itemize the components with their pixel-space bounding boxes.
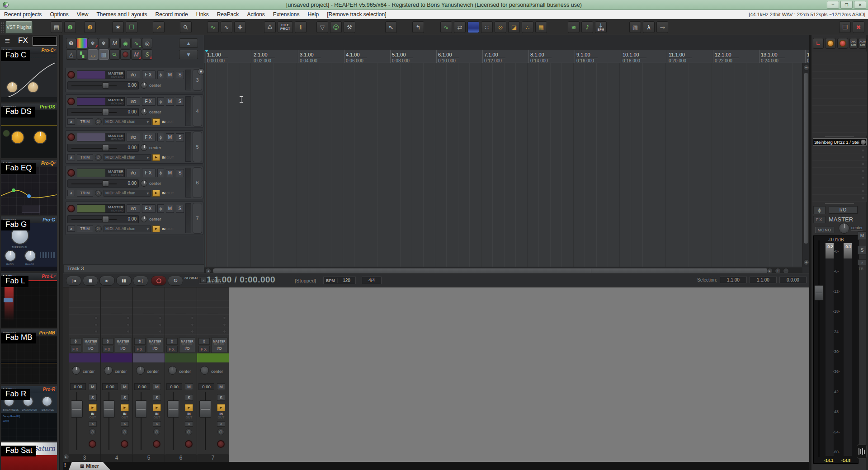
repeat-button[interactable]: ↻ <box>168 276 183 286</box>
media-info-button[interactable]: ℹ <box>295 21 307 33</box>
scroll-up-button[interactable]: ▲ <box>179 38 198 48</box>
settings-button[interactable]: ⚒ <box>344 21 355 33</box>
fx-insert-slots[interactable] <box>165 287 197 337</box>
pointer-tool-button[interactable]: ↖ <box>385 21 397 33</box>
volume-slider[interactable]: 0.00 <box>67 215 139 223</box>
phase-button[interactable]: ∅ <box>121 428 128 435</box>
routing-matrix-button[interactable]: ∷ <box>481 21 493 33</box>
mute-button[interactable]: M <box>166 71 174 79</box>
analysis-button[interactable]: ≋ <box>568 21 580 33</box>
snap-grid-button[interactable]: ▥ <box>99 49 109 60</box>
channel-number[interactable]: 6 <box>165 454 197 462</box>
restore-button[interactable]: ❐ <box>840 1 853 9</box>
pan-knob[interactable] <box>141 216 147 222</box>
io-button[interactable]: I/O <box>127 70 140 79</box>
record-mode-button[interactable] <box>120 49 131 60</box>
close-tab-icon[interactable]: ⊠ <box>80 463 84 469</box>
pan-knob[interactable] <box>141 82 147 89</box>
fx-bypass-button[interactable]: ϕ <box>157 133 164 141</box>
mute-button[interactable]: M <box>121 383 129 390</box>
mute-box-button[interactable]: M <box>109 38 120 48</box>
mute-button[interactable]: M <box>185 383 193 390</box>
volume-handle[interactable] <box>102 82 109 89</box>
record-arm-button[interactable] <box>67 133 75 141</box>
volume-fader[interactable] <box>135 400 147 418</box>
save-template-button[interactable]: ↗ <box>153 21 165 33</box>
master-fx-button[interactable]: FX <box>813 216 826 223</box>
pan-knob[interactable] <box>136 366 145 375</box>
fx-insert-slots[interactable] <box>101 287 132 337</box>
item-phase-button[interactable]: ◪ <box>508 21 520 33</box>
open-template-button[interactable]: ❐ <box>126 21 137 33</box>
io-button[interactable]: I/O <box>127 204 140 213</box>
fx-button[interactable]: FX <box>142 204 156 213</box>
mixer-channel[interactable]: ϕ FX MASTERRCV SNDI/O center 0.00 <box>101 287 132 462</box>
time-signature-box[interactable]: 4/4 <box>362 277 382 284</box>
monitor-button[interactable]: ▶ <box>152 118 160 125</box>
stop-button[interactable]: ■ <box>83 276 98 286</box>
menu-item[interactable]: Record mode <box>151 11 192 18</box>
track-name-strip[interactable]: MASTERRCV SND <box>77 133 125 141</box>
env-mode-button[interactable]: ∧ <box>89 421 97 427</box>
volume-value[interactable]: 0.00 <box>198 383 214 390</box>
input-selector[interactable]: MIDI: All: All chan▼ <box>104 190 151 197</box>
io-button[interactable]: I/O <box>127 169 140 177</box>
solo-button[interactable]: S <box>176 98 184 106</box>
limiter-l-button[interactable]: ∟ <box>813 38 824 49</box>
unfreeze-button[interactable]: ❄✗ <box>88 38 98 48</box>
menu-item[interactable]: Themes and Layouts <box>93 11 151 18</box>
phase-button[interactable]: ∅ <box>95 118 102 125</box>
track-number[interactable]: 5 <box>193 132 202 162</box>
selection-end[interactable]: 1.1.00 <box>750 277 777 283</box>
pause-button[interactable]: ▮▮ <box>116 276 132 286</box>
phase-button[interactable]: ∅ <box>95 226 102 232</box>
master-mute-button[interactable]: M <box>858 231 867 240</box>
mute-button[interactable]: M <box>89 383 97 390</box>
hardware-mixer-icon[interactable] <box>857 444 867 459</box>
record-arm-button[interactable] <box>121 440 128 448</box>
plugin-item-fab-sat[interactable]: fabfilter Saturn Fab Sat <box>1 442 57 470</box>
save-project-button[interactable]: ▤ <box>51 21 62 33</box>
track-name-strip[interactable]: MASTERRCV SND <box>77 169 125 177</box>
mute-button[interactable]: M <box>166 98 174 106</box>
menu-item[interactable]: Extensions <box>269 11 304 18</box>
env-mode-button[interactable]: ∧ <box>185 421 193 427</box>
solo-button[interactable]: S <box>176 71 184 79</box>
solo-button[interactable]: S <box>153 394 161 401</box>
channel-number[interactable]: 3 <box>69 454 100 462</box>
pan-knob[interactable] <box>141 180 147 187</box>
menu-item[interactable]: Links <box>192 11 213 18</box>
edit-cursor[interactable] <box>206 50 206 267</box>
track-panel[interactable]: MASTERRCV SND I/O FX ϕ M S 0.00 <box>65 130 203 164</box>
walk-button[interactable]: λ <box>643 21 655 33</box>
master-fx-bypass-button[interactable]: ϕ <box>813 206 826 214</box>
volume-fader[interactable] <box>167 400 179 418</box>
monitor-button[interactable]: ▶ <box>153 404 161 411</box>
master-db-readout[interactable]: -0.01dB <box>814 237 858 242</box>
mute-button[interactable]: M <box>166 169 174 177</box>
solo-button[interactable]: S <box>89 394 97 401</box>
volume-handle[interactable] <box>102 145 109 151</box>
midi-item-button[interactable] <box>467 21 479 33</box>
fullscreen-button[interactable]: ❒ <box>839 21 851 33</box>
menu-item[interactable]: Recent projects <box>0 11 46 18</box>
fx-button[interactable]: FX <box>198 346 210 352</box>
bpm-box[interactable]: BPM 120 <box>323 277 356 284</box>
minimize-button[interactable]: ─ <box>827 1 839 9</box>
fx-bypass-button[interactable]: ϕ <box>166 338 178 345</box>
volume-value[interactable]: 0.00 <box>102 383 118 390</box>
menu-item[interactable]: [Remove track selection] <box>323 11 390 18</box>
io-button[interactable]: MASTERRCV SNDI/O <box>115 338 131 353</box>
fx-bypass-button[interactable]: ϕ <box>134 338 146 345</box>
plugin-item-fab-ds[interactable]: fabfilterPro·DS Fab DS <box>1 103 57 158</box>
cleanup-button[interactable]: ♺ <box>264 21 276 33</box>
io-button[interactable]: I/O <box>127 133 140 141</box>
mute-button[interactable]: M <box>166 205 174 213</box>
io-button[interactable]: MASTERRCV SNDI/O <box>179 338 195 353</box>
envelope-new-button[interactable]: ∿✶ <box>131 38 142 48</box>
trim-button[interactable]: TRIM <box>77 154 93 161</box>
find-button[interactable]: ⚲ <box>180 21 192 33</box>
monitor-button[interactable]: ▶ <box>152 190 160 197</box>
record-arm-button[interactable] <box>67 169 75 177</box>
record-button[interactable] <box>151 276 166 286</box>
